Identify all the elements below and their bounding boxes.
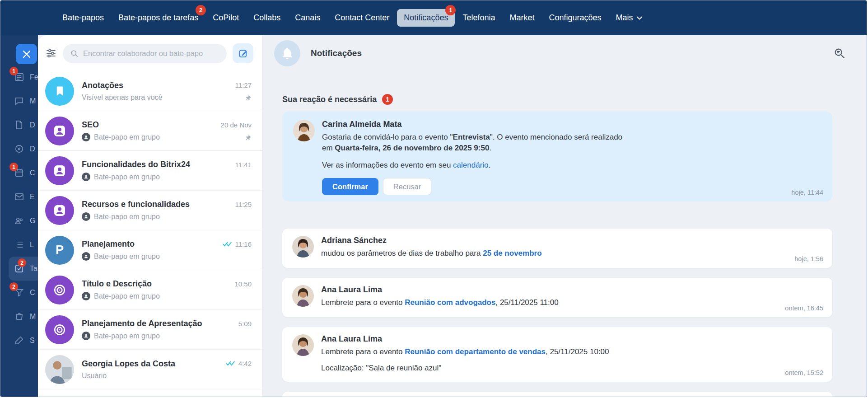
close-panel-button[interactable]: [16, 44, 37, 64]
chat-subtitle: Usuário: [82, 372, 217, 380]
event-link[interactable]: Reunião com advogados: [405, 298, 495, 307]
location-text-part: ": [439, 364, 441, 372]
notification-time: hoje, 1:56: [794, 255, 823, 262]
sidebar-item-documents[interactable]: D: [0, 113, 38, 137]
sidebar-label: E: [30, 193, 35, 201]
calendar-link[interactable]: calendário: [453, 161, 488, 169]
channel-avatar: [45, 315, 74, 344]
nav-item-contact-center[interactable]: Contact Center: [328, 9, 396, 27]
notification-card-partial[interactable]: [282, 392, 832, 397]
top-navigation: Bate-papos Bate-papos de tarefas 2 CoPil…: [0, 0, 867, 35]
chat-title: Anotações: [82, 81, 217, 90]
nav-item-settings[interactable]: Configurações: [542, 9, 608, 27]
chat-filter-button[interactable]: [45, 47, 57, 59]
search-notifications-icon: [833, 47, 846, 60]
nav-label: Mais: [616, 13, 633, 23]
sender-name: Adriana Sánchez: [321, 236, 542, 245]
section-label: Sua reação é necessária: [282, 95, 377, 104]
chat-title: Georgia Lopes da Costa: [82, 359, 217, 369]
chat-subtitle-text: Bate-papo em grupo: [94, 292, 160, 300]
chat-title: SEO: [82, 120, 217, 130]
sidebar-item-sign[interactable]: S: [0, 328, 38, 352]
nav-item-task-chats[interactable]: Bate-papos de tarefas 2: [112, 9, 205, 27]
chat-item-seo[interactable]: SEO Bate-papo em grupo 20 de Nov: [38, 111, 262, 151]
chat-title: Recursos e funcionalidades: [82, 200, 217, 209]
notification-time: hoje, 11:44: [791, 189, 823, 196]
sidebar-item-calendar[interactable]: 1 C: [0, 161, 38, 185]
sidebar-label: L: [30, 241, 34, 249]
event-name: Entrevista: [453, 133, 490, 141]
chat-item-notes[interactable]: Anotações Visível apenas para você 11:27: [38, 71, 262, 111]
nav-item-more[interactable]: Mais: [609, 9, 649, 27]
chat-list: Anotações Visível apenas para você 11:27…: [38, 71, 262, 389]
notifications-panel: Notificações Sua reação é necessária 1 C…: [263, 35, 867, 397]
invite-actions: Confirmar Recusar: [322, 178, 821, 195]
nav-item-copilot[interactable]: CoPilot: [206, 9, 246, 27]
nav-item-channels[interactable]: Canais: [288, 9, 327, 27]
chat-item-text: Anotações Visível apenas para você: [82, 81, 253, 102]
avatar: [292, 236, 314, 258]
avatar-letter: P: [56, 243, 64, 257]
chat-item-text: Funcionalidades do Bitrix24 Bate-papo em…: [82, 160, 253, 181]
chat-title: Planejamento de Apresentação: [82, 319, 217, 328]
nav-label: Telefonia: [462, 13, 495, 23]
messenger-icon: [14, 96, 24, 106]
chat-item-text: Planejamento de Apresentação Bate-papo e…: [82, 319, 253, 340]
chat-item-planejamento[interactable]: P Planejamento Bate-papo em grupo 11:16: [38, 230, 262, 270]
chat-time: 5:09: [238, 320, 252, 328]
nav-item-notifications[interactable]: Notificações 1: [397, 9, 455, 27]
chat-subtitle: Bate-papo em grupo: [82, 292, 217, 300]
chat-item-funcionalidades[interactable]: Funcionalidades do Bitrix24 Bate-papo em…: [38, 151, 262, 191]
nav-label: Collabs: [253, 13, 280, 23]
confirm-button[interactable]: Confirmar: [322, 178, 378, 195]
sidebar-item-groups[interactable]: G: [0, 209, 38, 233]
notification-time: ontem, 15:52: [785, 369, 823, 376]
notification-text-part: , 25/11/2025 10:00: [546, 347, 609, 356]
notification-text-part: Lembrete para o evento: [321, 347, 405, 356]
nav-item-collabs[interactable]: Collabs: [247, 9, 287, 27]
chat-meta: 4:42: [226, 360, 252, 367]
sidebar-item-tasks[interactable]: 2 Ta: [9, 257, 38, 281]
sidebar-item-lists[interactable]: L: [0, 233, 38, 257]
sidebar-item-feed[interactable]: 1 Fe: [0, 65, 38, 89]
location-name: Sala de reunião azul: [369, 364, 439, 372]
notification-content: Ana Laura Lima Lembrete para o evento Re…: [321, 334, 609, 373]
sidebar-item-market[interactable]: M: [0, 304, 38, 328]
invite-body: Gostaria de convidá-lo para o evento "En…: [322, 132, 634, 154]
nav-label: Contact Center: [335, 13, 389, 23]
nav-item-market[interactable]: Market: [503, 9, 541, 27]
decline-button[interactable]: Recusar: [383, 178, 431, 195]
new-chat-button[interactable]: [233, 43, 253, 63]
nav-item-telephony[interactable]: Telefonia: [456, 9, 502, 27]
sidebar-item-drive[interactable]: D: [0, 137, 38, 161]
sidebar-label: G: [30, 217, 35, 225]
sidebar-item-email[interactable]: E: [0, 185, 38, 209]
chat-subtitle-text: Visível apenas para você: [82, 94, 162, 102]
chat-item-titulo-descricao[interactable]: Título e Descrição Bate-papo em grupo 10…: [38, 270, 262, 310]
sidebar-item-crm[interactable]: 2 C: [0, 281, 38, 304]
sidebar-item-messenger[interactable]: M: [0, 89, 38, 113]
date-link[interactable]: 25 de novembro: [483, 249, 541, 258]
chat-subtitle: Bate-papo em grupo: [82, 212, 217, 221]
nav-item-chats[interactable]: Bate-papos: [56, 9, 111, 27]
notifications-feed: Sua reação é necessária 1 Carina Almeida…: [263, 94, 867, 397]
sidebar-label: M: [30, 97, 36, 105]
chat-subtitle: Visível apenas para você: [82, 94, 217, 102]
chat-search-input[interactable]: [83, 49, 219, 58]
chat-item-planejamento-apresentacao[interactable]: Planejamento de Apresentação Bate-papo e…: [38, 310, 262, 350]
event-link[interactable]: Reunião com departamento de vendas: [405, 347, 546, 356]
group-avatar-icon: [52, 203, 67, 218]
sidebar-badge: 2: [9, 282, 18, 291]
sidebar-menu: 1 Fe M D D 1 C E: [0, 65, 38, 352]
drive-icon: [14, 144, 24, 154]
notification-text: Lembrete para o evento Reunião com depar…: [321, 346, 609, 357]
chat-subtitle-text: Bate-papo em grupo: [94, 213, 160, 221]
sidebar-label: C: [30, 289, 35, 297]
chat-item-recursos[interactable]: Recursos e funcionalidades Bate-papo em …: [38, 191, 262, 230]
chat-item-georgia[interactable]: Georgia Lopes da Costa Usuário 4:42: [38, 350, 262, 389]
search-notifications-button[interactable]: [833, 47, 846, 60]
sender-name: Carina Almeida Mata: [322, 120, 821, 129]
chat-meta: 11:16: [223, 240, 252, 248]
chat-title: Funcionalidades do Bitrix24: [82, 160, 217, 169]
double-check-icon: [226, 361, 236, 366]
